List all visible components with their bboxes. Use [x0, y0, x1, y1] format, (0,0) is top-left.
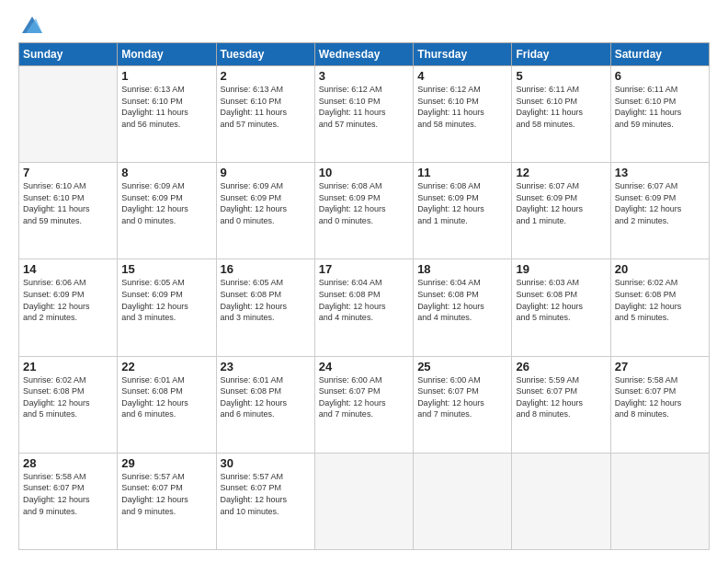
day-number: 8 [121, 166, 211, 179]
day-cell [414, 453, 512, 549]
day-info: Sunrise: 5:59 AM Sunset: 6:07 PM Dayligh… [516, 374, 606, 420]
week-row-4: 21Sunrise: 6:02 AM Sunset: 6:08 PM Dayli… [19, 356, 710, 453]
day-cell: 2Sunrise: 6:13 AM Sunset: 6:10 PM Daylig… [216, 66, 314, 163]
day-cell: 10Sunrise: 6:08 AM Sunset: 6:09 PM Dayli… [314, 163, 413, 259]
day-cell: 3Sunrise: 6:12 AM Sunset: 6:10 PM Daylig… [314, 66, 413, 163]
calendar-table: SundayMondayTuesdayWednesdayThursdayFrid… [18, 42, 710, 550]
day-cell [19, 66, 118, 163]
day-cell: 8Sunrise: 6:09 AM Sunset: 6:09 PM Daylig… [118, 163, 216, 259]
day-number: 5 [516, 69, 606, 83]
week-row-1: 1Sunrise: 6:13 AM Sunset: 6:10 PM Daylig… [19, 66, 710, 163]
day-info: Sunrise: 6:08 AM Sunset: 6:09 PM Dayligh… [319, 180, 409, 226]
day-number: 19 [516, 262, 606, 276]
day-cell: 7Sunrise: 6:10 AM Sunset: 6:10 PM Daylig… [19, 163, 118, 259]
day-cell: 13Sunrise: 6:07 AM Sunset: 6:09 PM Dayli… [610, 163, 709, 259]
day-info: Sunrise: 6:11 AM Sunset: 6:10 PM Dayligh… [615, 84, 705, 130]
day-info: Sunrise: 6:10 AM Sunset: 6:10 PM Dayligh… [23, 180, 113, 226]
day-number: 14 [23, 262, 113, 276]
day-number: 6 [615, 69, 705, 83]
day-info: Sunrise: 5:58 AM Sunset: 6:07 PM Dayligh… [23, 471, 113, 517]
day-number: 2 [221, 69, 311, 83]
day-number: 12 [516, 166, 606, 179]
header [18, 17, 710, 33]
day-number: 3 [319, 69, 409, 83]
weekday-header-wednesday: Wednesday [314, 43, 413, 66]
day-number: 18 [417, 262, 507, 276]
day-info: Sunrise: 6:04 AM Sunset: 6:08 PM Dayligh… [319, 277, 409, 323]
day-cell: 12Sunrise: 6:07 AM Sunset: 6:09 PM Dayli… [512, 163, 610, 259]
weekday-header-sunday: Sunday [19, 43, 118, 66]
day-number: 7 [23, 166, 113, 179]
day-cell: 14Sunrise: 6:06 AM Sunset: 6:09 PM Dayli… [19, 259, 118, 356]
day-number: 13 [615, 166, 705, 179]
day-number: 1 [121, 69, 211, 83]
day-cell: 22Sunrise: 6:01 AM Sunset: 6:08 PM Dayli… [118, 356, 216, 453]
day-info: Sunrise: 6:02 AM Sunset: 6:08 PM Dayligh… [23, 374, 113, 420]
day-cell: 4Sunrise: 6:12 AM Sunset: 6:10 PM Daylig… [414, 66, 512, 163]
day-number: 20 [615, 262, 705, 276]
day-cell: 5Sunrise: 6:11 AM Sunset: 6:10 PM Daylig… [512, 66, 610, 163]
day-info: Sunrise: 6:04 AM Sunset: 6:08 PM Dayligh… [417, 277, 507, 323]
day-info: Sunrise: 5:57 AM Sunset: 6:07 PM Dayligh… [121, 471, 211, 517]
day-info: Sunrise: 6:03 AM Sunset: 6:08 PM Dayligh… [516, 277, 606, 323]
weekday-header-row: SundayMondayTuesdayWednesdayThursdayFrid… [19, 43, 710, 66]
day-number: 9 [221, 166, 311, 179]
day-cell: 30Sunrise: 5:57 AM Sunset: 6:07 PM Dayli… [216, 453, 314, 549]
day-info: Sunrise: 6:06 AM Sunset: 6:09 PM Dayligh… [23, 277, 113, 323]
day-number: 27 [615, 360, 705, 373]
day-info: Sunrise: 6:01 AM Sunset: 6:08 PM Dayligh… [121, 374, 211, 420]
day-info: Sunrise: 6:05 AM Sunset: 6:08 PM Dayligh… [221, 277, 311, 323]
day-info: Sunrise: 6:12 AM Sunset: 6:10 PM Dayligh… [417, 84, 507, 130]
day-cell: 23Sunrise: 6:01 AM Sunset: 6:08 PM Dayli… [216, 356, 314, 453]
day-cell [512, 453, 610, 549]
day-number: 23 [221, 360, 311, 373]
day-info: Sunrise: 6:07 AM Sunset: 6:09 PM Dayligh… [615, 180, 705, 226]
day-cell: 1Sunrise: 6:13 AM Sunset: 6:10 PM Daylig… [118, 66, 216, 163]
day-number: 25 [417, 360, 507, 373]
page: SundayMondayTuesdayWednesdayThursdayFrid… [0, 0, 728, 563]
day-info: Sunrise: 6:00 AM Sunset: 6:07 PM Dayligh… [417, 374, 507, 420]
day-cell: 11Sunrise: 6:08 AM Sunset: 6:09 PM Dayli… [414, 163, 512, 259]
day-cell: 17Sunrise: 6:04 AM Sunset: 6:08 PM Dayli… [314, 259, 413, 356]
day-info: Sunrise: 6:09 AM Sunset: 6:09 PM Dayligh… [121, 180, 211, 226]
day-cell: 6Sunrise: 6:11 AM Sunset: 6:10 PM Daylig… [610, 66, 709, 163]
day-number: 15 [121, 262, 211, 276]
day-number: 17 [319, 262, 409, 276]
day-cell: 24Sunrise: 6:00 AM Sunset: 6:07 PM Dayli… [314, 356, 413, 453]
day-cell: 18Sunrise: 6:04 AM Sunset: 6:08 PM Dayli… [414, 259, 512, 356]
day-info: Sunrise: 6:07 AM Sunset: 6:09 PM Dayligh… [516, 180, 606, 226]
day-number: 11 [417, 166, 507, 179]
weekday-header-saturday: Saturday [610, 43, 709, 66]
day-number: 24 [319, 360, 409, 373]
day-cell: 26Sunrise: 5:59 AM Sunset: 6:07 PM Dayli… [512, 356, 610, 453]
day-cell: 20Sunrise: 6:02 AM Sunset: 6:08 PM Dayli… [610, 259, 709, 356]
day-cell: 25Sunrise: 6:00 AM Sunset: 6:07 PM Dayli… [414, 356, 512, 453]
day-info: Sunrise: 6:00 AM Sunset: 6:07 PM Dayligh… [319, 374, 409, 420]
day-cell [610, 453, 709, 549]
logo [18, 17, 42, 33]
day-number: 16 [221, 262, 311, 276]
day-number: 29 [121, 456, 211, 470]
week-row-3: 14Sunrise: 6:06 AM Sunset: 6:09 PM Dayli… [19, 259, 710, 356]
day-cell: 19Sunrise: 6:03 AM Sunset: 6:08 PM Dayli… [512, 259, 610, 356]
day-info: Sunrise: 6:11 AM Sunset: 6:10 PM Dayligh… [516, 84, 606, 130]
day-cell: 15Sunrise: 6:05 AM Sunset: 6:09 PM Dayli… [118, 259, 216, 356]
day-info: Sunrise: 6:08 AM Sunset: 6:09 PM Dayligh… [417, 180, 507, 226]
week-row-2: 7Sunrise: 6:10 AM Sunset: 6:10 PM Daylig… [19, 163, 710, 259]
day-info: Sunrise: 6:12 AM Sunset: 6:10 PM Dayligh… [319, 84, 409, 130]
day-info: Sunrise: 5:58 AM Sunset: 6:07 PM Dayligh… [615, 374, 705, 420]
logo-icon [22, 17, 42, 33]
day-info: Sunrise: 6:13 AM Sunset: 6:10 PM Dayligh… [121, 84, 211, 130]
day-number: 10 [319, 166, 409, 179]
day-info: Sunrise: 6:09 AM Sunset: 6:09 PM Dayligh… [221, 180, 311, 226]
weekday-header-tuesday: Tuesday [216, 43, 314, 66]
day-info: Sunrise: 6:05 AM Sunset: 6:09 PM Dayligh… [121, 277, 211, 323]
day-number: 22 [121, 360, 211, 373]
day-info: Sunrise: 6:13 AM Sunset: 6:10 PM Dayligh… [221, 84, 311, 130]
day-cell: 29Sunrise: 5:57 AM Sunset: 6:07 PM Dayli… [118, 453, 216, 549]
day-cell: 16Sunrise: 6:05 AM Sunset: 6:08 PM Dayli… [216, 259, 314, 356]
day-info: Sunrise: 5:57 AM Sunset: 6:07 PM Dayligh… [221, 471, 311, 517]
weekday-header-monday: Monday [118, 43, 216, 66]
day-cell: 21Sunrise: 6:02 AM Sunset: 6:08 PM Dayli… [19, 356, 118, 453]
day-cell: 28Sunrise: 5:58 AM Sunset: 6:07 PM Dayli… [19, 453, 118, 549]
